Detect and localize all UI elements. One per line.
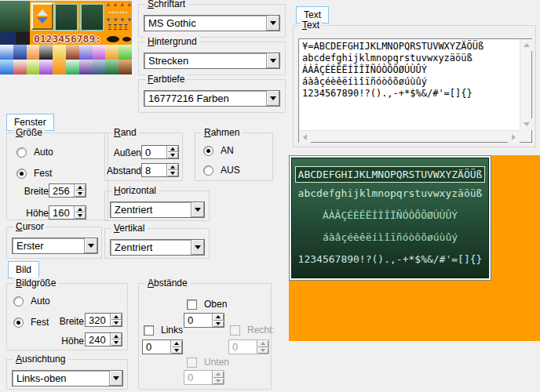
spin-down-button[interactable] bbox=[111, 339, 122, 346]
horizontal-scrollbar[interactable] bbox=[299, 130, 520, 142]
spin-down-button bbox=[213, 378, 224, 385]
vertikal-combobox[interactable]: Zentriert bbox=[110, 239, 205, 256]
arrow-up-icon bbox=[524, 43, 530, 47]
dots-icon: ▪▪▪▪▪▪▪ bbox=[105, 9, 132, 16]
group-rand: Rand Außen 0 Abstand 8 bbox=[104, 132, 183, 181]
vertikal-dropdown-button[interactable] bbox=[191, 240, 204, 255]
group-label-ausrichtung: Ausrichtung bbox=[13, 354, 68, 365]
farbtiefe-dropdown-button[interactable] bbox=[266, 91, 279, 106]
bild-breite-value[interactable]: 320 bbox=[86, 314, 110, 326]
scroll-left-button[interactable] bbox=[299, 131, 311, 143]
sprite-green-square bbox=[54, 3, 78, 31]
palette-cell bbox=[119, 45, 132, 60]
scroll-right-button[interactable] bbox=[508, 131, 520, 143]
rand-abstand-spinner[interactable]: 8 bbox=[141, 163, 179, 177]
schriftart-dropdown-button[interactable] bbox=[266, 16, 279, 31]
preview-line: abcdefghijklmnopqrstuvwxyzäöüß bbox=[291, 183, 489, 205]
fenster-hoehe-value[interactable]: 160 bbox=[49, 206, 74, 219]
palette-cell bbox=[27, 45, 40, 60]
schriftart-combobox[interactable]: MS Gothic bbox=[144, 15, 280, 31]
group-rahmen: Rahmen AN AUS bbox=[195, 132, 273, 181]
abstand-oben-value[interactable]: 0 bbox=[184, 314, 212, 327]
radio-rahmen-aus[interactable]: AUS bbox=[203, 165, 240, 176]
skin-bitmap-preview: ▲▲▲▲ ▪▪▪▪▪▪▪ ▼▼▼▼ ΞΞΞΞ 0123456789: bbox=[0, 1, 132, 74]
checkbox-label: Oben bbox=[204, 299, 227, 310]
palette-cell bbox=[39, 45, 53, 60]
farbtiefe-combobox[interactable]: 16777216 Farben bbox=[144, 90, 280, 107]
sprite-ellipse-icon bbox=[107, 36, 119, 42]
group-label-text: Text bbox=[300, 20, 322, 31]
ausrichtung-combobox[interactable]: Links-oben bbox=[12, 370, 123, 387]
checkbox-icon bbox=[187, 299, 197, 310]
scroll-down-button[interactable] bbox=[520, 118, 532, 130]
spin-up-button[interactable] bbox=[167, 146, 178, 152]
checkbox-oben[interactable]: Oben bbox=[187, 299, 227, 310]
abstand-links-spinner[interactable]: 0 bbox=[142, 339, 183, 354]
preview-line-selected: ABCDEFGHIJKLMNOPQRSTUVWXYZÄÖÜß bbox=[295, 166, 485, 183]
palette-cell bbox=[53, 45, 66, 60]
spin-up-button[interactable] bbox=[75, 206, 86, 212]
group-vertikal: Vertikal Zentriert bbox=[104, 228, 210, 259]
group-hintergrund: Hintergrund Strecken bbox=[138, 42, 286, 75]
spin-up-button[interactable] bbox=[213, 314, 224, 321]
rand-abstand-value[interactable]: 8 bbox=[142, 164, 166, 176]
hintergrund-combobox[interactable]: Strecken bbox=[144, 53, 280, 69]
rand-aussen-value[interactable]: 0 bbox=[142, 146, 166, 158]
abstand-label: Abstand bbox=[107, 165, 141, 176]
spin-down-button[interactable] bbox=[75, 212, 86, 219]
radio-groesse-fest[interactable]: Fest bbox=[16, 168, 52, 179]
radio-rahmen-an[interactable]: AN bbox=[203, 145, 234, 156]
spin-down-button[interactable] bbox=[171, 347, 182, 354]
sprite-black-swatch bbox=[16, 32, 30, 45]
arrow-up-icon bbox=[114, 335, 119, 338]
arrow-up-icon bbox=[170, 147, 175, 151]
spin-down-button[interactable] bbox=[213, 321, 224, 328]
charset-textarea[interactable]: ¥=ABCDEFGHIJKLMNOPQRSTUVWXYZÄÖÜß abcdefg… bbox=[298, 38, 532, 143]
bild-hoehe-label: Höhe bbox=[53, 336, 84, 347]
spin-up-button[interactable] bbox=[167, 164, 178, 170]
palette-cell bbox=[93, 60, 106, 74]
triangles-down-icon: ▼▼▼▼ bbox=[105, 16, 132, 24]
scroll-up-button[interactable] bbox=[520, 39, 532, 51]
spin-up-button[interactable] bbox=[171, 340, 182, 347]
arrow-up-icon bbox=[78, 186, 82, 189]
horizontal-dropdown-button[interactable] bbox=[191, 202, 204, 217]
spin-up-button[interactable] bbox=[75, 184, 86, 191]
charset-text[interactable]: ¥=ABCDEFGHIJKLMNOPQRSTUVWXYZÄÖÜß abcdefg… bbox=[299, 39, 520, 130]
down-triangle-icon bbox=[37, 17, 48, 24]
hintergrund-dropdown-button[interactable] bbox=[266, 53, 279, 68]
bild-hoehe-spinner[interactable]: 240 bbox=[85, 332, 122, 347]
group-text: Text ¥=ABCDEFGHIJKLMNOPQRSTUVWXYZÄÖÜß ab… bbox=[293, 25, 536, 147]
radio-bildgroesse-fest[interactable]: Fest bbox=[13, 317, 49, 328]
abstand-unten-spinner: 0 bbox=[184, 370, 224, 385]
palette-cell bbox=[66, 60, 79, 74]
bild-hoehe-value[interactable]: 240 bbox=[86, 333, 110, 346]
radio-bildgroesse-auto[interactable]: Auto bbox=[13, 296, 50, 307]
horizontal-combobox[interactable]: Zentriert bbox=[110, 201, 205, 218]
spin-down-button[interactable] bbox=[167, 170, 178, 176]
hoehe-label: Höhe bbox=[9, 208, 49, 219]
ausrichtung-dropdown-button[interactable] bbox=[109, 371, 122, 386]
fenster-hoehe-spinner[interactable]: 160 bbox=[49, 205, 86, 220]
spin-down-button[interactable] bbox=[167, 152, 178, 158]
checkbox-label: Recht: bbox=[247, 325, 275, 336]
spin-down-button[interactable] bbox=[75, 191, 86, 197]
radio-groesse-auto[interactable]: Auto bbox=[16, 147, 53, 158]
abstand-oben-spinner[interactable]: 0 bbox=[184, 313, 224, 328]
checkbox-links[interactable]: Links bbox=[144, 325, 183, 336]
spin-down-button[interactable] bbox=[111, 320, 122, 326]
sprite-digit-glyphs: 0123456789: bbox=[30, 32, 105, 45]
spin-up-button[interactable] bbox=[111, 314, 122, 320]
hintergrund-value: Strecken bbox=[144, 55, 266, 67]
fenster-breite-spinner[interactable]: 256 bbox=[49, 183, 86, 198]
cursor-combobox[interactable]: Erster bbox=[12, 238, 98, 254]
spin-up-button[interactable] bbox=[111, 333, 122, 339]
cursor-dropdown-button[interactable] bbox=[84, 238, 97, 253]
tab-bild[interactable]: Bild bbox=[8, 261, 39, 278]
vertical-scrollbar[interactable] bbox=[520, 39, 531, 130]
fenster-breite-value[interactable]: 256 bbox=[49, 184, 74, 197]
group-cursor: Cursor Erster bbox=[6, 227, 102, 259]
abstand-links-value[interactable]: 0 bbox=[143, 340, 170, 354]
bild-breite-spinner[interactable]: 320 bbox=[85, 313, 122, 327]
rand-aussen-spinner[interactable]: 0 bbox=[141, 145, 179, 159]
